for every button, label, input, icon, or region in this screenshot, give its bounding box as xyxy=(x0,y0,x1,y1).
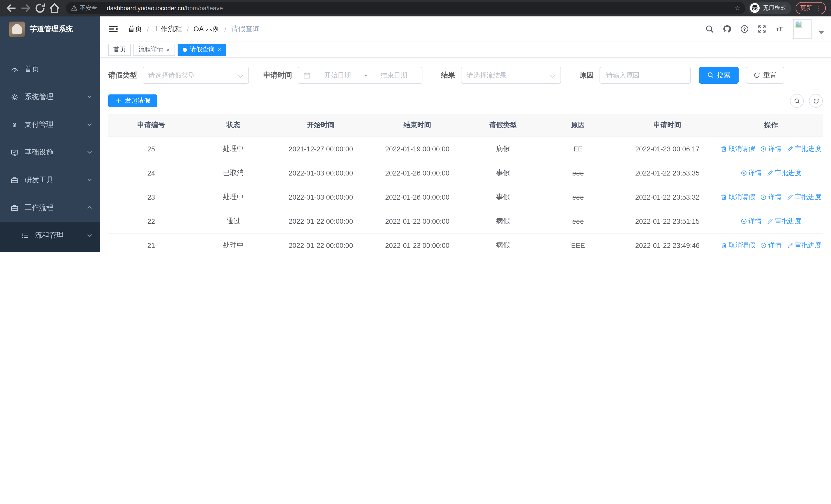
browser-menu-icon[interactable]: ⋮ xyxy=(815,5,821,11)
cell-start-time: 2022-01-22 00:00:00 xyxy=(273,241,369,249)
cell-leave-type: 病假 xyxy=(465,144,541,153)
sidebar-item-label: 基础设施 xyxy=(25,148,87,157)
address-bar[interactable]: 不安全 dashboard.yudao.iocoder.cn/bpm/oa/le… xyxy=(66,2,745,14)
sidebar-item-label: 流程管理 xyxy=(35,231,87,240)
chevron-down-icon xyxy=(87,122,93,128)
table-row: 23 处理中 2022-01-03 00:00:00 2022-01-26 00… xyxy=(108,185,823,209)
sidebar-item-payment-management[interactable]: ¥支付管理 xyxy=(0,111,100,139)
chevron-down-icon xyxy=(87,149,93,155)
sidebar-item-process-management[interactable]: 流程管理 xyxy=(0,222,100,249)
approval-progress-link[interactable]: 审批进度 xyxy=(767,216,801,226)
browser-reload-icon[interactable] xyxy=(34,2,46,14)
cancel-leave-link[interactable]: 取消请假 xyxy=(721,192,755,202)
header-search-icon[interactable] xyxy=(703,22,716,36)
detail-link[interactable]: 详情 xyxy=(761,144,782,153)
fullscreen-icon[interactable] xyxy=(755,22,768,36)
sidebar-item-dev-tools[interactable]: 研发工具 xyxy=(0,166,100,194)
avatar[interactable] xyxy=(793,19,811,39)
browser-forward-icon[interactable] xyxy=(20,2,32,14)
browser-back-icon[interactable] xyxy=(5,2,18,14)
url-text: dashboard.yudao.iocoder.cn/bpm/oa/leave xyxy=(107,4,734,11)
tab-label: 请假查询 xyxy=(190,45,214,54)
breadcrumb: 首页/工作流程/OA 示例/请假查询 xyxy=(128,24,703,34)
sidebar-collapse-icon[interactable] xyxy=(108,24,120,34)
screen: 不安全 dashboard.yudao.iocoder.cn/bpm/oa/le… xyxy=(0,0,831,252)
cancel-leave-link[interactable]: 取消请假 xyxy=(721,144,755,153)
detail-link[interactable]: 详情 xyxy=(761,192,782,202)
approval-progress-link[interactable]: 审批进度 xyxy=(787,144,822,153)
cell-id: 22 xyxy=(108,217,194,225)
sidebar-item-workflow[interactable]: 工作流程 xyxy=(0,194,100,222)
search-button[interactable]: 搜索 xyxy=(699,67,739,84)
cell-status: 处理中 xyxy=(194,241,273,250)
toggle-search-button[interactable] xyxy=(790,94,804,108)
cell-leave-type: 病假 xyxy=(465,241,541,250)
svg-text:¥: ¥ xyxy=(12,121,17,128)
cancel-leave-link[interactable]: 取消请假 xyxy=(721,241,755,250)
create-leave-button[interactable]: 发起请假 xyxy=(108,94,157,107)
search-icon xyxy=(794,98,800,104)
cell-id: 23 xyxy=(108,193,194,201)
result-select[interactable]: 请选择流结果 xyxy=(461,67,561,84)
dashboard-icon xyxy=(10,65,19,73)
reset-button[interactable]: 重置 xyxy=(746,67,784,84)
github-icon[interactable] xyxy=(720,22,734,36)
cell-start-time: 2022-01-03 00:00:00 xyxy=(273,193,369,201)
apply-time-range-picker[interactable]: 开始日期 - 结束日期 xyxy=(298,67,423,84)
tags-view: 首页流程详情×请假查询× xyxy=(100,42,831,58)
security-warning[interactable]: 不安全 xyxy=(71,4,97,12)
approval-progress-link[interactable]: 审批进度 xyxy=(767,168,801,178)
trash-icon xyxy=(721,242,727,249)
sidebar-item-label: 首页 xyxy=(25,65,93,74)
cell-leave-type: 病假 xyxy=(465,216,541,226)
tab-请假查询[interactable]: 请假查询× xyxy=(178,43,226,56)
cell-apply-time: 2022-01-22 23:49:46 xyxy=(616,241,719,249)
breadcrumb-item[interactable]: 首页 xyxy=(128,24,142,34)
tab-首页[interactable]: 首页 xyxy=(108,43,131,56)
sidebar-item-home[interactable]: 首页 xyxy=(0,55,100,83)
detail-link[interactable]: 详情 xyxy=(740,168,762,178)
browser-home-icon[interactable] xyxy=(48,2,61,14)
cell-actions: 取消请假 详情 审批进度 xyxy=(719,241,823,250)
update-label: 更新 xyxy=(800,4,812,12)
chevron-down-icon xyxy=(87,94,93,100)
reason-input[interactable] xyxy=(605,71,685,80)
refresh-table-button[interactable] xyxy=(809,94,823,108)
chevron-down-icon xyxy=(87,177,93,183)
cell-status: 处理中 xyxy=(194,192,273,202)
view-icon xyxy=(761,194,767,200)
approval-progress-link[interactable]: 审批进度 xyxy=(787,241,822,250)
close-tab-icon[interactable]: × xyxy=(218,46,221,53)
security-label: 不安全 xyxy=(80,4,97,12)
app-logo[interactable]: 芋道管理系统 xyxy=(0,17,100,42)
detail-link[interactable]: 详情 xyxy=(740,216,762,226)
detail-link[interactable]: 详情 xyxy=(761,241,782,250)
cell-apply-time: 2022-01-23 00:06:17 xyxy=(616,145,719,153)
sidebar-item-task-management[interactable]: 任务管理 xyxy=(0,249,100,252)
cell-actions: 取消请假 详情 审批进度 xyxy=(719,144,823,153)
table-row: 25 处理中 2021-12-27 00:00:00 2022-01-19 00… xyxy=(108,137,823,161)
cell-status: 通过 xyxy=(194,216,273,226)
browser-update-button[interactable]: 更新 ⋮ xyxy=(796,2,826,14)
close-tab-icon[interactable]: × xyxy=(166,46,170,53)
column-header: 请假类型 xyxy=(465,121,541,130)
breadcrumb-item[interactable]: OA 示例 xyxy=(194,24,220,34)
sidebar-item-system-management[interactable]: 系统管理 xyxy=(0,83,100,111)
tab-流程详情[interactable]: 流程详情× xyxy=(134,43,175,56)
cell-apply-time: 2022-01-22 23:53:32 xyxy=(616,193,719,201)
breadcrumb-item[interactable]: 工作流程 xyxy=(153,24,182,34)
reason-input-wrap xyxy=(600,67,691,84)
cell-actions: 详情 审批进度 xyxy=(719,216,823,226)
avatar-dropdown-caret[interactable] xyxy=(819,31,824,34)
leave-type-select[interactable]: 请选择请假类型 xyxy=(143,67,249,84)
edit-icon xyxy=(787,146,793,152)
approval-progress-link[interactable]: 审批进度 xyxy=(787,192,822,202)
trash-icon xyxy=(721,146,727,152)
font-size-icon[interactable]: тT xyxy=(773,22,786,36)
cell-end-time: 2022-01-26 00:00:00 xyxy=(369,169,465,177)
help-icon[interactable]: ? xyxy=(738,22,751,36)
search-icon xyxy=(707,72,714,79)
bookmark-star-icon[interactable]: ☆ xyxy=(734,4,740,12)
chevron-up-icon xyxy=(87,205,93,211)
sidebar-item-infrastructure[interactable]: 基础设施 xyxy=(0,139,100,166)
